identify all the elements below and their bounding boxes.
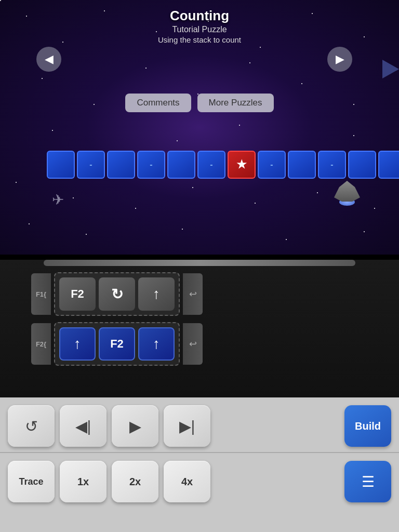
tile-11[interactable] (378, 151, 399, 179)
1x-button[interactable]: 1x (60, 461, 107, 502)
4x-button[interactable]: 4x (164, 461, 210, 502)
right-arrow-icon: ▶ (336, 52, 344, 66)
tile-8[interactable] (288, 151, 316, 179)
star-field (0, 0, 1, 1)
trace-button[interactable]: Trace (8, 461, 55, 502)
tile-1[interactable]: - (77, 151, 105, 179)
func-end-0: ↩ (183, 273, 203, 315)
build-button[interactable]: Build (344, 405, 391, 447)
tile-6[interactable]: ★ (228, 151, 256, 179)
tile-5[interactable]: - (197, 151, 225, 179)
nav-right-button[interactable]: ▶ (327, 47, 352, 72)
tile-3[interactable]: - (137, 151, 165, 179)
2x-button[interactable]: 2x (112, 461, 158, 502)
tile-10[interactable] (348, 151, 376, 179)
control-bottom-row: Trace1x2x4x☰ (0, 453, 399, 510)
puzzle-title: Counting (0, 8, 399, 24)
function-rows: F1{F2↻↑↩F2{↑F2↑↩ (31, 272, 368, 366)
func-block-1-1[interactable]: F2 (99, 327, 135, 361)
step-back-button[interactable]: ◀| (60, 405, 107, 447)
tile-4[interactable] (167, 151, 195, 179)
more-puzzles-button[interactable]: More Puzzles (197, 94, 274, 112)
tile-0[interactable] (47, 151, 75, 179)
slider-bar[interactable] (44, 260, 355, 266)
puzzle-description: Using the stack to count (0, 35, 399, 44)
play-button[interactable]: ▶ (112, 405, 158, 447)
left-arrow-icon: ◀ (45, 52, 54, 66)
puzzle-subtitle: Tutorial Puzzle (0, 25, 399, 34)
func-block-0-2[interactable]: ↑ (138, 277, 175, 311)
func-row-1: F2{↑F2↑↩ (31, 322, 368, 366)
spaceship (334, 181, 360, 206)
sidebar-arrow-button[interactable] (382, 60, 399, 78)
func-label-1: F2{ (31, 323, 51, 365)
func-block-0-1[interactable]: ↻ (99, 277, 135, 311)
func-block-1-2[interactable]: ↑ (138, 327, 175, 361)
func-label-0: F1{ (31, 273, 51, 315)
func-row-0: F1{F2↻↑↩ (31, 272, 368, 316)
tile-9[interactable]: - (318, 151, 346, 179)
bottom-controls: ↺◀|▶▶|Build Trace1x2x4x☰ (0, 397, 399, 532)
func-end-1: ↩ (183, 323, 203, 365)
func-blocks-1: ↑F2↑ (54, 322, 180, 366)
func-blocks-0: F2↻↑ (54, 272, 180, 316)
space-area: Counting Tutorial Puzzle Using the stack… (0, 0, 399, 255)
step-fwd-button[interactable]: ▶| (164, 405, 210, 447)
tile-row: ---★-- (47, 151, 399, 179)
spacecraft-small-icon: ✈ (52, 191, 64, 208)
nav-left-button[interactable]: ◀ (36, 47, 61, 72)
control-top-row: ↺◀|▶▶|Build (0, 397, 399, 452)
menu-button[interactable]: ☰ (344, 461, 391, 502)
header: Counting Tutorial Puzzle Using the stack… (0, 8, 399, 44)
func-block-1-0[interactable]: ↑ (59, 327, 96, 361)
reset-button[interactable]: ↺ (8, 405, 55, 447)
comments-button[interactable]: Comments (125, 94, 191, 112)
spaceship-body (334, 181, 360, 202)
program-area: F1{F2↻↑↩F2{↑F2↑↩ (0, 260, 399, 397)
tile-7[interactable]: - (258, 151, 286, 179)
tile-2[interactable] (107, 151, 135, 179)
func-block-0-0[interactable]: F2 (59, 277, 96, 311)
action-buttons-row: ✈ Comments More Puzzles (0, 94, 399, 112)
